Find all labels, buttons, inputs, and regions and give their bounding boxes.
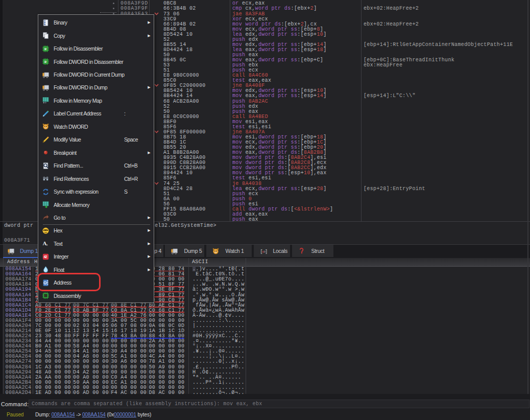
svg-text:]: ] xyxy=(265,249,267,254)
svg-text:32: 32 xyxy=(44,47,46,50)
svg-text:42: 42 xyxy=(43,255,47,259)
svg-text:32: 32 xyxy=(44,60,46,63)
svg-text:z: z xyxy=(46,244,48,247)
